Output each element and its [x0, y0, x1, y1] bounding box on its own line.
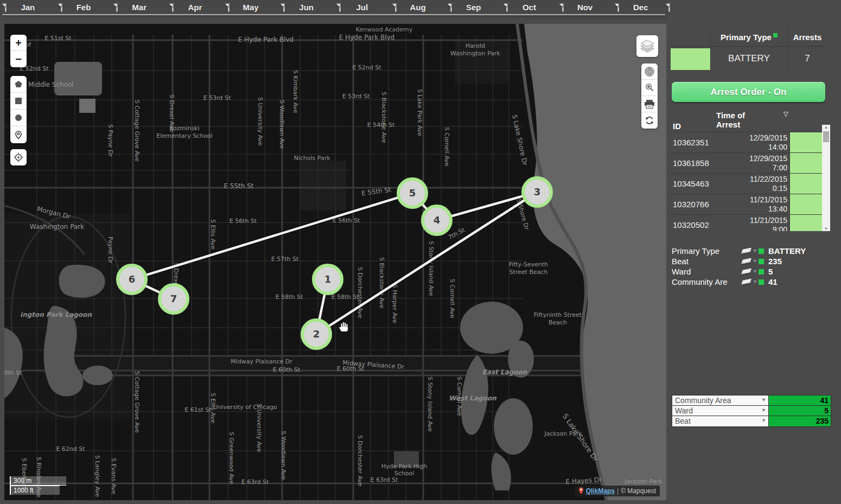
marker-number: 2 [313, 328, 320, 340]
month-cell-jan[interactable]: Jan [0, 0, 56, 14]
arrest-marker-3[interactable]: 3 [523, 178, 551, 206]
map-label: E 53rd St [203, 94, 231, 101]
arrest-time[interactable]: 11/21/20159:00 [716, 215, 789, 231]
eraser-icon[interactable] [741, 258, 751, 265]
selection-caret-icon[interactable]: ▾ [754, 268, 756, 274]
filter-dropdowns: Community Area▼41Ward▼5Beat▼235 [672, 395, 831, 427]
arrest-id[interactable]: 10345463 [671, 174, 716, 194]
map-label: E 56th St [230, 218, 257, 225]
month-cell-jun[interactable]: Jun [278, 0, 334, 14]
arrest-marker-7[interactable]: 7 [160, 285, 188, 313]
map-label: S Cornell Ave [443, 127, 450, 167]
qlikmaps-link[interactable]: QlikMaps [586, 487, 615, 495]
arrest-record-row[interactable]: 1034546311/22/20150:15 [671, 174, 830, 194]
arrest-flag-cell[interactable] [789, 194, 822, 214]
scroll-up-icon[interactable]: ▲ [824, 125, 829, 130]
arrest-record-row[interactable]: 1032076611/21/201513:40 [671, 194, 830, 215]
draw-pin-button[interactable] [10, 126, 27, 143]
search-location-button[interactable] [641, 80, 658, 96]
month-cell-aug[interactable]: Aug [390, 0, 446, 14]
selection-caret-icon[interactable]: ▾ [754, 278, 756, 284]
arrest-flag-cell[interactable] [789, 132, 822, 152]
month-label: Sep [466, 3, 481, 12]
eraser-icon[interactable] [741, 248, 751, 254]
concentric-zones-button[interactable] [641, 63, 658, 80]
filter-dropdown[interactable]: Community Area▼ [672, 395, 769, 405]
arrest-order-toggle-button[interactable]: Arrest Order - On [672, 82, 825, 102]
draw-rectangle-button[interactable] [10, 93, 27, 110]
month-cell-oct[interactable]: Oct [501, 0, 557, 14]
arrests-table-row[interactable]: BATTERY7 [671, 47, 827, 71]
refresh-button[interactable] [641, 112, 658, 129]
map-canvas[interactable]: E 51st Stpital ofntyMiddle SchoolKenwood… [4, 24, 666, 500]
marker-number: 7 [170, 293, 177, 304]
arrest-time[interactable]: 11/22/20150:15 [716, 174, 789, 194]
arrest-flag-cell[interactable] [789, 215, 822, 231]
filter-dropdown[interactable]: Beat▼ [672, 416, 769, 426]
arrest-record-row[interactable]: 1036235112/29/201514:00 [671, 132, 830, 153]
arrest-id[interactable]: 10362351 [671, 132, 716, 152]
draw-tools [10, 76, 27, 143]
id-column-header[interactable]: ID [671, 109, 716, 132]
layers-button[interactable] [636, 35, 658, 57]
arrest-marker-1[interactable]: 1 [314, 265, 342, 294]
arrest-marker-4[interactable]: 4 [423, 206, 451, 234]
crime-map[interactable]: E 51st Stpital ofntyMiddle SchoolKenwood… [4, 24, 666, 500]
arrest-id[interactable]: 10361858 [671, 153, 716, 173]
selection-caret-icon[interactable]: ▾ [754, 258, 756, 264]
month-cell-nov[interactable]: Nov [557, 0, 613, 14]
map-label: S Evans Ave [110, 458, 117, 494]
month-cell-dec[interactable]: Dec [613, 0, 668, 14]
arrest-time[interactable]: 12/29/20157:00 [716, 153, 789, 173]
arrest-time[interactable]: 11/21/201513:40 [716, 194, 789, 214]
map-label: E 55th St [224, 182, 253, 190]
primary-type-value[interactable]: BATTERY [711, 47, 788, 71]
month-cell-may[interactable]: May [223, 0, 279, 14]
sort-desc-icon[interactable]: ▽ [783, 110, 788, 119]
filter-row-community-area: Community Area▼41 [672, 395, 831, 406]
arrest-marker-5[interactable]: 5 [398, 179, 426, 207]
flag-icon [614, 3, 620, 12]
map-label: ington Park Lagoon [20, 311, 92, 318]
month-slider-track[interactable] [2, 14, 665, 16]
arrest-id-table[interactable]: ID Time of Arrest ▽ 1036235112/29/201514… [671, 109, 830, 231]
month-cell-mar[interactable]: Mar [111, 0, 167, 14]
hospital-building [54, 62, 102, 95]
flag-icon [447, 3, 453, 12]
zoom-in-button[interactable]: + [10, 35, 27, 51]
arrest-flag-cell[interactable] [789, 174, 822, 194]
arrest-time[interactable]: 12/29/201514:00 [716, 132, 789, 152]
zoom-out-button[interactable]: − [10, 51, 27, 67]
scroll-down-icon[interactable]: ▼ [824, 226, 829, 231]
type-color-swatch[interactable] [671, 48, 710, 70]
month-cell-sep[interactable]: Sep [445, 0, 501, 14]
map-label: E 63rd St [371, 476, 398, 483]
arrest-record-row[interactable]: 1032050211/21/20159:00 [671, 215, 830, 231]
arrest-id[interactable]: 10320766 [671, 194, 716, 214]
arrest-marker-6[interactable]: 6 [118, 265, 146, 294]
print-button[interactable] [641, 96, 658, 112]
eraser-icon[interactable] [741, 269, 751, 275]
draw-polygon-button[interactable] [10, 76, 27, 93]
month-cell-feb[interactable]: Feb [56, 0, 112, 14]
selection-green-indicator [759, 279, 764, 285]
arrest-record-row[interactable]: 1036185812/29/20157:00 [671, 153, 830, 174]
selection-green-indicator [759, 269, 764, 275]
map-label: S Stony Island Ave [428, 241, 435, 296]
selection-caret-icon[interactable]: ▾ [754, 247, 756, 253]
primary-type-header[interactable]: Primary Type [711, 28, 788, 46]
scrollbar-thumb[interactable] [823, 131, 829, 142]
month-label: Apr [188, 3, 202, 12]
arrest-id[interactable]: 10320502 [671, 215, 716, 231]
locate-button[interactable] [10, 149, 27, 165]
time-column-header[interactable]: Time of Arrest ▽ [716, 109, 789, 132]
draw-circle-button[interactable] [10, 110, 27, 126]
eraser-icon[interactable] [741, 279, 751, 285]
arrest-marker-2[interactable]: 2 [302, 320, 330, 348]
table-scrollbar[interactable]: ▲ ▼ [822, 125, 830, 231]
filter-dropdown[interactable]: Ward▼ [672, 406, 769, 416]
month-cell-jul[interactable]: Jul [334, 0, 390, 14]
arrests-header[interactable]: Arrests [788, 28, 827, 46]
arrest-flag-cell[interactable] [789, 153, 822, 173]
month-cell-apr[interactable]: Apr [167, 0, 223, 14]
